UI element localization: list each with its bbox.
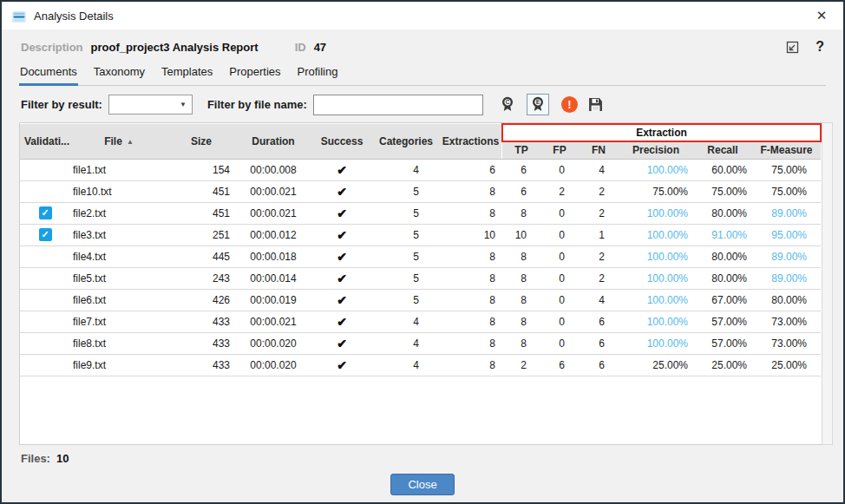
vertical-scrollbar[interactable] (822, 122, 833, 445)
precision-cell: 25.00% (619, 354, 693, 376)
col-header-size[interactable]: Size (167, 124, 235, 159)
table-row[interactable]: ✓ file3.txt 251 00:00.012 ✔ 5 10 10 0 1 … (20, 224, 821, 245)
app-icon (12, 10, 26, 22)
files-count-label: Files: (21, 452, 50, 465)
validation-cell[interactable] (20, 354, 70, 376)
fmeasure-cell: 73.00% (752, 332, 821, 354)
save-icon[interactable] (588, 97, 603, 112)
validation-cell[interactable] (20, 267, 70, 289)
col-header-duration[interactable]: Duration (235, 124, 311, 159)
id-label: ID (295, 41, 306, 54)
sort-asc-icon: ▲ (127, 138, 134, 146)
table-row[interactable]: file9.txt 433 00:00.020 ✔ 4 8 2 6 6 25.0… (20, 354, 821, 376)
validation-checkbox[interactable]: ✓ (39, 206, 52, 219)
tab-properties[interactable]: Properties (228, 62, 281, 86)
analysis-details-dialog: Analysis Details ✕ Description proof_pro… (0, 0, 845, 504)
tp-cell: 6 (502, 159, 540, 180)
validation-cell[interactable] (20, 180, 70, 202)
tab-templates[interactable]: Templates (160, 62, 213, 86)
table-row[interactable]: file4.txt 445 00:00.018 ✔ 5 8 8 0 2 100.… (20, 245, 821, 267)
fmeasure-cell: 89.00% (752, 245, 821, 267)
size-cell: 433 (167, 354, 235, 376)
table-row[interactable]: file10.txt 451 00:00.021 ✔ 5 8 6 2 2 75.… (20, 180, 821, 202)
title-bar: Analysis Details ✕ (2, 2, 843, 29)
table-row[interactable]: file5.txt 243 00:00.014 ✔ 5 8 8 0 2 100.… (20, 267, 821, 289)
validation-cell[interactable]: ✓ (20, 202, 70, 224)
footer-status: Files: 10 (21, 452, 824, 465)
success-cell: ✔ (311, 180, 372, 202)
show-errors-icon[interactable]: ! (561, 96, 578, 113)
file-cell: file9.txt (70, 354, 167, 376)
validation-cell[interactable] (20, 332, 70, 354)
col-header-categories[interactable]: Categories (372, 124, 440, 159)
tp-cell: 2 (502, 354, 540, 376)
extractions-cell: 10 (440, 224, 502, 245)
extractions-cell: 8 (440, 311, 502, 332)
svg-text:E: E (535, 99, 540, 105)
tab-taxonomy[interactable]: Taxonomy (93, 62, 146, 86)
extractions-cell: 6 (440, 159, 502, 180)
table-row[interactable]: file8.txt 433 00:00.020 ✔ 4 8 8 0 6 100.… (20, 332, 821, 354)
tp-cell: 8 (502, 267, 540, 289)
fp-cell: 2 (540, 180, 579, 202)
categories-badge-icon[interactable]: C (496, 94, 519, 115)
size-cell: 445 (167, 245, 235, 267)
fp-cell: 0 (540, 267, 579, 289)
extractions-badge-icon[interactable]: E (527, 94, 549, 115)
close-button[interactable]: Close (390, 474, 454, 495)
table-row[interactable]: file7.txt 433 00:00.021 ✔ 4 8 8 0 6 100.… (20, 311, 821, 332)
extraction-group-header: Extraction (502, 124, 821, 141)
col-header-fn[interactable]: FN (579, 141, 619, 159)
table-row[interactable]: ✓ file2.txt 451 00:00.021 ✔ 5 8 8 0 2 10… (20, 202, 821, 224)
categories-cell: 5 (372, 202, 440, 224)
fmeasure-cell: 75.00% (752, 180, 821, 202)
tab-documents[interactable]: Documents (19, 62, 78, 86)
duration-cell: 00:00.019 (235, 289, 311, 311)
recall-cell: 67.00% (693, 289, 752, 311)
col-header-success[interactable]: Success (311, 124, 372, 159)
col-header-validation[interactable]: Validati... (20, 124, 70, 159)
filter-name-label: Filter by file name: (207, 98, 307, 111)
col-header-precision[interactable]: Precision (619, 141, 693, 159)
success-cell: ✔ (311, 289, 372, 311)
fmeasure-cell: 75.00% (752, 159, 821, 180)
col-header-file[interactable]: File▲ (70, 124, 167, 159)
filter-name-input[interactable] (313, 95, 483, 115)
file-cell: file5.txt (70, 267, 167, 289)
success-cell: ✔ (311, 159, 372, 180)
precision-cell: 100.00% (619, 332, 693, 354)
col-header-tp[interactable]: TP (502, 141, 540, 159)
validation-cell[interactable] (20, 245, 70, 267)
window-close-icon[interactable]: ✕ (810, 4, 833, 27)
detach-window-icon[interactable] (785, 40, 800, 55)
recall-cell: 80.00% (693, 202, 752, 224)
table-row[interactable]: file6.txt 426 00:00.019 ✔ 5 8 8 0 4 100.… (20, 289, 821, 311)
precision-cell: 100.00% (619, 224, 693, 245)
categories-cell: 5 (372, 289, 440, 311)
validation-cell[interactable] (20, 289, 70, 311)
duration-cell: 00:00.012 (235, 224, 311, 245)
categories-cell: 4 (372, 332, 440, 354)
help-icon[interactable]: ? (816, 39, 824, 55)
success-cell: ✔ (311, 202, 372, 224)
fp-cell: 6 (540, 354, 579, 376)
validation-cell[interactable] (20, 159, 70, 180)
col-header-fmeasure[interactable]: F-Measure (752, 141, 821, 159)
tab-profiling[interactable]: Profiling (297, 62, 339, 86)
report-header: Description proof_project3 Analysis Repo… (2, 29, 843, 56)
file-cell: file7.txt (70, 311, 167, 332)
validation-cell[interactable]: ✓ (20, 224, 70, 245)
validation-checkbox[interactable]: ✓ (39, 228, 52, 241)
recall-cell: 80.00% (693, 245, 752, 267)
filter-result-dropdown[interactable]: ▼ (108, 95, 193, 115)
validation-cell[interactable] (20, 311, 70, 332)
col-header-recall[interactable]: Recall (693, 141, 752, 159)
description-label: Description (21, 41, 83, 54)
extractions-cell: 8 (440, 267, 502, 289)
table-row[interactable]: file1.txt 154 00:00.008 ✔ 4 6 6 0 4 100.… (20, 159, 821, 180)
tp-cell: 8 (502, 311, 540, 332)
col-header-fp[interactable]: FP (540, 141, 579, 159)
filter-toolbar: Filter by result: ▼ Filter by file name:… (21, 94, 824, 115)
success-cell: ✔ (311, 245, 372, 267)
col-header-extractions[interactable]: Extractions (440, 124, 502, 159)
